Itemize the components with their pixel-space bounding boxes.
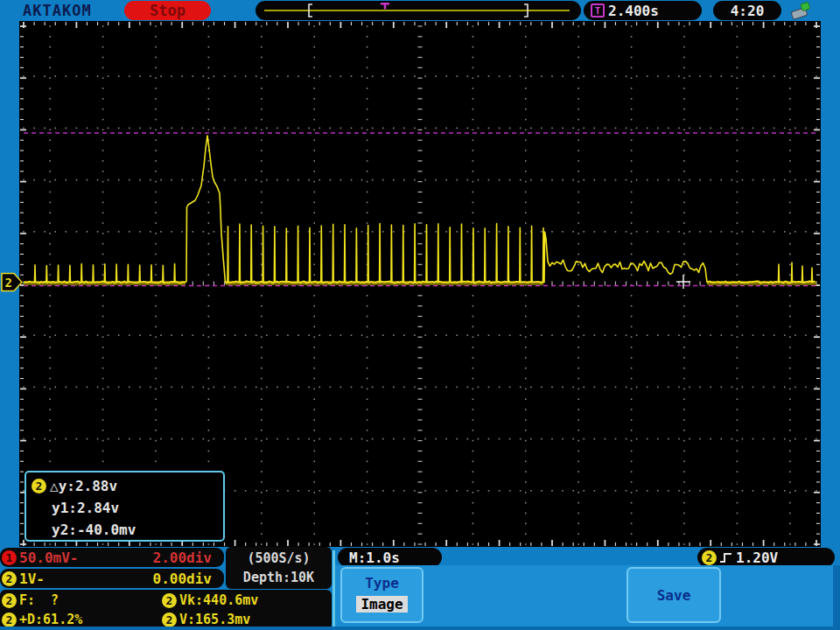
save-button[interactable]: Save (626, 567, 721, 623)
measure-v: 2 V:165.3mv (162, 612, 332, 627)
channel1-badge: 1 (2, 550, 17, 565)
measure-v-value: V:165.3mv (179, 612, 250, 627)
measure-vk-value: Vk:440.6mv (179, 592, 258, 608)
measure-vk: 2 Vk:440.6mv (162, 592, 332, 608)
channel1-scale: 50.0mV- (19, 550, 78, 566)
run-state-label: Stop (150, 2, 186, 19)
type-button[interactable]: Type Image (340, 567, 424, 623)
save-button-label: Save (657, 587, 691, 604)
menu-panel-edge (833, 565, 840, 630)
channel2-badge: 2 (162, 612, 177, 627)
cursor-readout-panel: 2 △y:2.88v y1:2.84v y2:-40.0mv (24, 471, 225, 542)
run-state-button[interactable]: Stop (124, 1, 211, 20)
sample-rate: (500S/s) (247, 550, 310, 566)
trigger-level-readout: 2 1.20V (697, 548, 835, 567)
cursor-delta-value: △y:2.88v (50, 478, 117, 494)
channel2-badge: 2 (2, 571, 17, 586)
rising-edge-icon (719, 551, 733, 564)
channel2-scale: 1V- (19, 570, 45, 587)
oscilloscope-ui: 2 AKTAKOM Stop T 2.400s 4:20 2 △y:2.88v … (0, 0, 840, 630)
channel2-badge: 2 (2, 612, 17, 627)
menu-separator (332, 550, 335, 630)
channel2-badge: 2 (162, 593, 177, 608)
trigger-t-icon: T (591, 4, 605, 18)
timebase-value: M:1.0s (349, 550, 400, 566)
channel1-position: 2.00div (153, 550, 212, 566)
trigger-level-value: 1.20V (736, 550, 778, 566)
acquisition-readout: (500S/s) Depth:10K (226, 547, 332, 589)
measure-frequency-value: F: ? (19, 592, 59, 608)
usb-device-icon (788, 0, 815, 21)
svg-text:2: 2 (5, 276, 12, 290)
timebase-readout: M:1.0s (338, 548, 442, 567)
type-button-label: Type (365, 575, 399, 592)
cursor-y1-row: y1:2.84v (26, 497, 223, 519)
cursor-delta-row: 2 △y:2.88v (26, 475, 223, 497)
cursor-y2-value: y2:-40.0mv (52, 522, 136, 538)
cursor-y1-value: y1:2.84v (52, 500, 119, 516)
measure-frequency: 2 F: ? (2, 592, 162, 608)
measure-duty-value: +D:61.2% (19, 612, 82, 627)
trigger-time-value: 2.400s (608, 3, 659, 19)
measurements-panel: 2 F: ? 2 Vk:440.6mv 2 +D:61.2% 2 V:165.3… (0, 590, 332, 630)
clock: 4:20 (713, 1, 781, 20)
memory-depth: Depth:10K (243, 570, 314, 585)
channel2-badge: 2 (2, 593, 17, 608)
bezel-bottom-edge (0, 626, 840, 630)
channel2-readout: 2 1V- 0.00div (0, 569, 224, 588)
channel2-badge: 2 (702, 550, 717, 565)
channel2-badge: 2 (32, 479, 46, 494)
cursor-y2-row: y2:-40.0mv (26, 519, 223, 541)
channel2-position: 0.00div (153, 570, 212, 587)
trigger-time-readout: T 2.400s (584, 1, 702, 20)
type-selected-value[interactable]: Image (356, 596, 407, 612)
channel1-readout: 1 50.0mV- 2.00div (0, 548, 224, 567)
measure-duty: 2 +D:61.2% (2, 612, 162, 627)
brand-logo: AKTAKOM (23, 2, 92, 19)
